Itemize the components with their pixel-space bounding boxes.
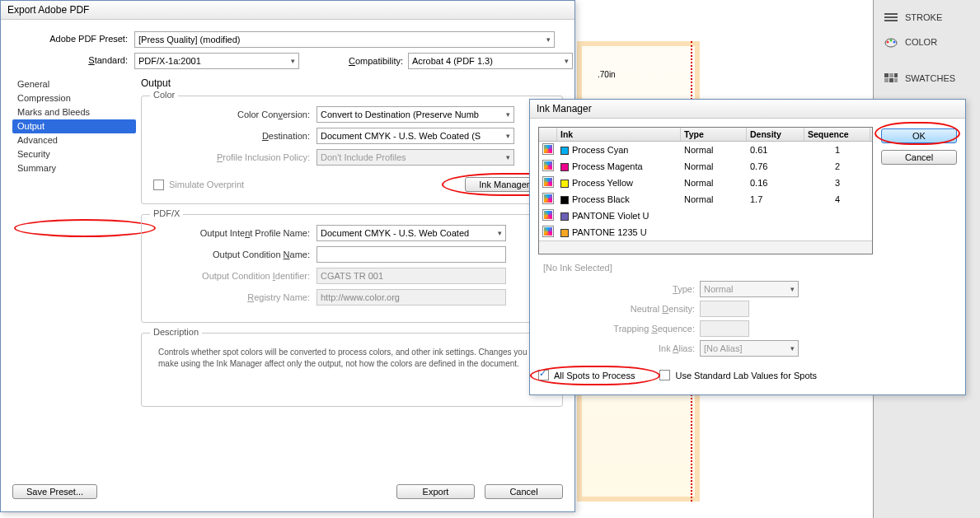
- description-text: Controls whether spot colors will be con…: [153, 343, 551, 373]
- sequence-input: [700, 320, 749, 337]
- identifier-label: Output Condition Identifier:: [153, 271, 310, 281]
- table-row[interactable]: Process Yellow Normal0.163: [539, 175, 872, 191]
- dialog-title: Ink Manager: [530, 100, 965, 119]
- svg-rect-9: [894, 73, 898, 77]
- stroke-icon: [884, 12, 898, 23]
- use-lab-checkbox[interactable]: Use Standard Lab Values for Spots: [659, 370, 817, 380]
- compatibility-select[interactable]: Acrobat 4 (PDF 1.3): [408, 53, 573, 69]
- canvas-dimension: .70in: [598, 70, 616, 79]
- panel-label: SWATCHES: [905, 73, 955, 83]
- density-input: [700, 301, 749, 317]
- tab-output[interactable]: Output: [12, 119, 136, 133]
- registry-label: Registry Name:: [153, 292, 310, 302]
- svg-point-5: [890, 40, 893, 42]
- ink-swatch-icon: [560, 196, 569, 204]
- tab-summary[interactable]: Summary: [12, 161, 136, 175]
- col-type: Type: [681, 128, 747, 141]
- identifier-input: [317, 268, 506, 284]
- color-conversion-label: Color Conversion:: [153, 110, 310, 119]
- col-icon: [539, 128, 557, 141]
- svg-rect-2: [884, 20, 898, 21]
- tab-compression[interactable]: Compression: [12, 91, 136, 105]
- panel-color[interactable]: COLOR: [874, 30, 980, 54]
- ink-swatch-icon: [560, 180, 569, 188]
- tab-marks-bleeds[interactable]: Marks and Bleeds: [12, 105, 136, 119]
- ink-manager-dialog: Ink Manager Ink Type Density Sequence Pr…: [529, 99, 966, 395]
- table-row[interactable]: PANTONE 1235 U: [539, 224, 872, 240]
- tab-advanced[interactable]: Advanced: [12, 133, 136, 147]
- ink-swatch-icon: [560, 147, 569, 155]
- intent-label: Output Intent Profile Name:: [153, 228, 310, 238]
- density-label: Neutral Density:: [588, 304, 695, 314]
- simulate-overprint-checkbox: Simulate Overprint: [153, 180, 244, 190]
- ink-form: Type:Normal Neutral Density: Trapping Se…: [538, 281, 873, 360]
- svg-point-6: [893, 41, 896, 44]
- save-preset-button[interactable]: Save Preset...: [12, 484, 97, 499]
- ink-swatch-icon: [560, 229, 569, 237]
- panel-label: COLOR: [905, 37, 937, 47]
- standard-label: Standard:: [12, 53, 128, 69]
- svg-rect-11: [889, 78, 893, 82]
- table-row[interactable]: Process Magenta Normal0.762: [539, 158, 872, 175]
- svg-rect-1: [884, 16, 898, 18]
- ink-type-icon: [542, 160, 554, 171]
- svg-rect-7: [884, 73, 889, 77]
- ink-type-icon: [542, 209, 554, 221]
- destination-select[interactable]: Document CMYK - U.S. Web Coated (S: [317, 128, 514, 144]
- alias-label: Ink Alias:: [588, 343, 695, 353]
- svg-rect-0: [884, 13, 898, 15]
- ink-type-icon: [542, 193, 554, 204]
- intent-select[interactable]: Document CMYK - U.S. Web Coated: [317, 225, 506, 241]
- dialog-title: Export Adobe PDF: [1, 1, 574, 20]
- description-group: Description Controls whether spot colors…: [141, 333, 563, 407]
- table-row[interactable]: PANTONE Violet U: [539, 208, 872, 224]
- svg-rect-8: [889, 73, 893, 77]
- checkbox-icon: [538, 370, 549, 380]
- ink-type-icon: [542, 226, 554, 237]
- svg-rect-10: [884, 78, 889, 82]
- preset-select[interactable]: [Press Quality] (modified): [134, 31, 555, 48]
- destination-label: Destination:: [153, 131, 310, 141]
- type-label: Type:: [588, 284, 695, 294]
- svg-point-4: [887, 41, 889, 44]
- table-row[interactable]: Process Black Normal1.74: [539, 191, 872, 208]
- col-ink: Ink: [557, 128, 681, 141]
- ink-type-icon: [542, 143, 554, 155]
- export-pdf-dialog: Export Adobe PDF Adobe PDF Preset: [Pres…: [0, 0, 575, 512]
- ink-swatch-icon: [560, 212, 569, 221]
- profile-policy-select: Don't Include Profiles: [317, 149, 514, 166]
- svg-rect-12: [894, 78, 898, 82]
- cancel-button[interactable]: Cancel: [485, 484, 563, 499]
- type-select: Normal: [700, 281, 799, 297]
- col-sequence: Sequence: [804, 128, 870, 141]
- tab-security[interactable]: Security: [12, 147, 136, 161]
- panel-swatches[interactable]: SWATCHES: [874, 66, 980, 91]
- compat-label: Compatibility:: [349, 56, 403, 66]
- export-button[interactable]: Export: [396, 484, 475, 499]
- panel-stroke[interactable]: STROKE: [874, 5, 980, 30]
- color-icon: [884, 36, 898, 48]
- color-conversion-select[interactable]: Convert to Destination (Preserve Numb: [317, 106, 514, 123]
- pdfx-group: PDF/X Output Intent Profile Name: Docume…: [141, 214, 563, 323]
- profile-policy-label: Profile Inclusion Policy:: [153, 152, 310, 162]
- sequence-label: Trapping Sequence:: [588, 324, 695, 334]
- ink-table: Ink Type Density Sequence Process Cyan N…: [538, 127, 873, 254]
- swatches-icon: [884, 72, 898, 84]
- standard-select[interactable]: PDF/X-1a:2001: [134, 53, 299, 69]
- tab-general[interactable]: General: [12, 77, 136, 91]
- condition-input[interactable]: [317, 246, 506, 263]
- table-row[interactable]: Process Cyan Normal0.611: [539, 142, 872, 158]
- registry-input: [317, 289, 506, 306]
- alias-select: [No Alias]: [700, 340, 799, 357]
- ok-button[interactable]: OK: [881, 128, 957, 143]
- all-spots-checkbox[interactable]: All Spots to Process: [538, 370, 635, 380]
- category-list: General Compression Marks and Bleeds Out…: [12, 77, 136, 474]
- color-legend: Color: [150, 90, 178, 100]
- pdfx-legend: PDF/X: [150, 208, 183, 218]
- section-title: Output: [141, 77, 563, 89]
- ink-swatch-icon: [560, 163, 569, 171]
- preset-label: Adobe PDF Preset:: [12, 31, 128, 48]
- cancel-button[interactable]: Cancel: [881, 150, 957, 165]
- checkbox-icon: [659, 370, 670, 380]
- no-ink-selected: [No Ink Selected]: [538, 261, 873, 274]
